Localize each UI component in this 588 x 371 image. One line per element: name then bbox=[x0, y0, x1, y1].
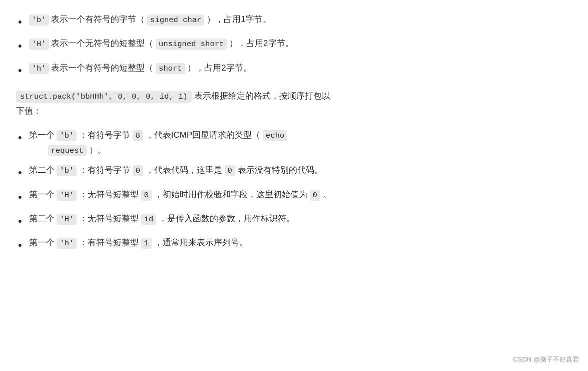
sub-b1-request: request ）。 bbox=[29, 145, 106, 155]
bullet-dot: • bbox=[18, 128, 22, 147]
struct-pack-desc: 表示根据给定的格式，按顺序打包以 bbox=[194, 91, 330, 101]
watermark: CSDN @脑子不好真君 bbox=[513, 354, 579, 365]
code-unsigned-short: unsigned short bbox=[156, 39, 227, 50]
bullet-item-b: • 'b' 表示一个有符号的字节（ signed char ），占用1字节。 bbox=[16, 12, 572, 31]
sub-H1-label: 第一个 bbox=[29, 190, 57, 199]
bullet-dot: • bbox=[18, 37, 22, 55]
sub-b1-mid2: ，代表ICMP回显请求的类型（ bbox=[146, 130, 261, 140]
sub-H2-text: 第二个 'H' ：无符号短整型 id ，是传入函数的参数，用作标识符。 bbox=[29, 211, 572, 226]
sub-h1-code1: 'h' bbox=[57, 238, 77, 249]
struct-pack-desc2: 下值： bbox=[16, 106, 42, 116]
sub-b1-text: 第一个 'b' ：有符号字节 8 ，代表ICMP回显请求的类型（ echo re… bbox=[29, 128, 572, 158]
code-signed-char: signed char bbox=[147, 15, 204, 26]
sub-H2-end: ，是传入函数的参数，用作标识符。 bbox=[159, 214, 295, 223]
sub-H1-mid2: ，初始时用作校验和字段，这里初始值为 bbox=[154, 190, 310, 199]
sub-b2-code1: 'b' bbox=[57, 165, 77, 176]
sub-H2-code1: 'H' bbox=[57, 214, 77, 225]
sub-h1-label: 第一个 bbox=[29, 238, 57, 247]
sub-H1-end: 。 bbox=[323, 190, 331, 199]
bullet-item-H: • 'H' 表示一个无符号的短整型（ unsigned short ），占用2字… bbox=[16, 36, 572, 55]
sub-bullet-H1: • 第一个 'H' ：无符号短整型 0 ，初始时用作校验和字段，这里初始值为 0… bbox=[16, 187, 572, 206]
sub-b1-code1: 'b' bbox=[57, 130, 77, 141]
sub-H1-mid1: ：无符号短整型 bbox=[79, 190, 141, 199]
top-bullet-list: • 'b' 表示一个有符号的字节（ signed char ），占用1字节。 •… bbox=[16, 12, 572, 80]
bullet-dot: • bbox=[18, 163, 22, 182]
code-H: 'H' bbox=[29, 39, 49, 50]
code-short: short bbox=[156, 63, 185, 74]
bullet-b-after: ），占用1字节。 bbox=[207, 15, 271, 24]
sub-b2-text: 第二个 'b' ：有符号字节 0 ，代表代码，这里是 0 表示没有特别的代码。 bbox=[29, 163, 572, 178]
sub-b1-code3: echo bbox=[263, 130, 287, 141]
sub-b2-end: 表示没有特别的代码。 bbox=[238, 165, 323, 175]
sub-b1-mid1: ：有符号字节 bbox=[79, 130, 133, 140]
bullet-dot: • bbox=[18, 188, 22, 206]
bullet-dot: • bbox=[18, 212, 22, 230]
struct-pack-paragraph: struct.pack('bbHHh', 8, 0, 0, id, 1) 表示根… bbox=[16, 89, 572, 119]
bullet-h-text: 'h' 表示一个有符号的短整型（ short ），占用2字节。 bbox=[29, 61, 572, 76]
bullet-dot: • bbox=[18, 236, 22, 254]
sub-b2-mid1: ：有符号字节 bbox=[79, 165, 133, 175]
sub-b2-label: 第二个 bbox=[29, 165, 57, 175]
sub-H1-code2: 0 bbox=[141, 190, 152, 201]
sub-b1-label: 第一个 bbox=[29, 130, 57, 140]
sub-H1-code1: 'H' bbox=[57, 190, 77, 201]
sub-h1-end: ，通常用来表示序列号。 bbox=[154, 238, 248, 247]
sub-H2-mid1: ：无符号短整型 bbox=[79, 214, 141, 223]
sub-H1-code3: 0 bbox=[310, 190, 320, 201]
bullet-b-before: 表示一个有符号的字节（ bbox=[51, 15, 145, 24]
bullet-H-after: ），占用2字节。 bbox=[229, 39, 293, 48]
bullet-H-text: 'H' 表示一个无符号的短整型（ unsigned short ），占用2字节。 bbox=[29, 36, 572, 51]
sub-h1-text: 第一个 'h' ：有符号短整型 1 ，通常用来表示序列号。 bbox=[29, 235, 572, 250]
bullet-H-before: 表示一个无符号的短整型（ bbox=[51, 39, 153, 48]
sub-b2-code3: 0 bbox=[225, 165, 235, 176]
bullet-item-h: • 'h' 表示一个有符号的短整型（ short ），占用2字节。 bbox=[16, 61, 572, 80]
sub-H2-code2: id bbox=[141, 214, 157, 225]
sub-H1-text: 第一个 'H' ：无符号短整型 0 ，初始时用作校验和字段，这里初始值为 0 。 bbox=[29, 187, 572, 202]
bullet-dot: • bbox=[18, 13, 22, 31]
code-b: 'b' bbox=[29, 15, 49, 26]
sub-b1-end: ）。 bbox=[89, 145, 106, 155]
bullet-b-text: 'b' 表示一个有符号的字节（ signed char ），占用1字节。 bbox=[29, 12, 572, 27]
bullet-dot: • bbox=[18, 61, 22, 80]
sub-h1-code2: 1 bbox=[141, 238, 152, 249]
sub-bullet-H2: • 第二个 'H' ：无符号短整型 id ，是传入函数的参数，用作标识符。 bbox=[16, 211, 572, 230]
sub-b2-mid2: ，代表代码，这里是 bbox=[146, 165, 225, 175]
sub-b2-code2: 0 bbox=[133, 165, 143, 176]
sub-bullet-b1: • 第一个 'b' ：有符号字节 8 ，代表ICMP回显请求的类型（ echo … bbox=[16, 128, 572, 158]
sub-b1-code2: 8 bbox=[133, 130, 143, 141]
sub-H2-label: 第二个 bbox=[29, 214, 57, 223]
sub-b1-code4: request bbox=[48, 145, 87, 156]
sub-bullet-list: • 第一个 'b' ：有符号字节 8 ，代表ICMP回显请求的类型（ echo … bbox=[16, 128, 572, 255]
code-h: 'h' bbox=[29, 63, 49, 74]
bullet-h-before: 表示一个有符号的短整型（ bbox=[51, 63, 153, 73]
sub-h1-mid1: ：有符号短整型 bbox=[79, 238, 141, 247]
struct-pack-code: struct.pack('bbHHh', 8, 0, 0, id, 1) bbox=[16, 91, 192, 103]
bullet-h-after: ），占用2字节。 bbox=[187, 63, 251, 73]
sub-bullet-h1: • 第一个 'h' ：有符号短整型 1 ，通常用来表示序列号。 bbox=[16, 235, 572, 254]
sub-bullet-b2: • 第二个 'b' ：有符号字节 0 ，代表代码，这里是 0 表示没有特别的代码… bbox=[16, 163, 572, 182]
